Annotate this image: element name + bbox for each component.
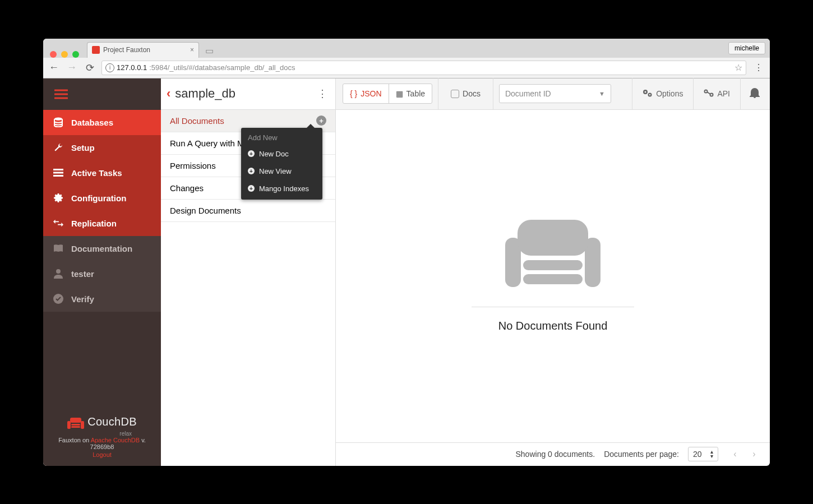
main-panel: { }JSON ▦Table Docs Document ID▼ Options… — [336, 78, 770, 466]
empty-message: No Documents Found — [498, 320, 608, 332]
svg-point-15 — [645, 91, 646, 93]
svg-rect-9 — [67, 421, 71, 429]
close-tab-icon[interactable]: × — [190, 46, 194, 54]
svg-rect-4 — [53, 169, 63, 170]
sidebar-item-setup[interactable]: Setup — [43, 135, 161, 160]
address-bar: ← → ⟳ i 127.0.0.1:5984/_utils/#/database… — [43, 58, 770, 78]
sidebar-item-label: Replication — [71, 219, 117, 228]
db-section-design-docs[interactable]: Design Documents — [161, 200, 335, 222]
divider — [472, 307, 634, 307]
sidebar-item-active-tasks[interactable]: Active Tasks — [43, 160, 161, 186]
brand-tagline: relax — [48, 431, 156, 437]
new-tab-button[interactable]: ▭ — [202, 44, 216, 58]
prev-page-button[interactable]: ‹ — [727, 447, 743, 461]
json-view-button[interactable]: { }JSON — [343, 84, 389, 103]
divider — [632, 78, 632, 109]
sidebar-item-user[interactable]: tester — [43, 261, 161, 286]
sidebar-toggle[interactable] — [43, 78, 161, 110]
popover-title: Add New — [241, 131, 322, 145]
popover-item-mango-indexes[interactable]: +Mango Indexes — [241, 180, 322, 197]
bookmark-icon[interactable]: ☆ — [735, 62, 742, 73]
sidebar-item-replication[interactable]: Replication — [43, 211, 161, 236]
favicon-icon — [92, 46, 100, 54]
api-button[interactable]: API — [699, 89, 735, 99]
browser-tab[interactable]: Project Fauxton × — [87, 42, 199, 58]
row-label: All Documents — [170, 116, 224, 126]
fauxton-app: Databases Setup Active Tasks Configurati… — [43, 78, 770, 466]
sidebar-footer: CouchDB relax Fauxton on Apache CouchDB … — [43, 409, 161, 466]
sidebar-item-verify[interactable]: Verify — [43, 286, 161, 312]
apache-link[interactable]: Apache CouchDB — [91, 437, 140, 443]
close-window-icon[interactable] — [50, 51, 57, 58]
popover-item-new-view[interactable]: +New View — [241, 163, 322, 180]
sidebar-item-configuration[interactable]: Configuration — [43, 186, 161, 211]
svg-rect-10 — [81, 421, 84, 429]
sidebar: Databases Setup Active Tasks Configurati… — [43, 78, 161, 466]
svg-rect-24 — [523, 274, 583, 284]
view-toggle: { }JSON ▦Table — [343, 84, 432, 104]
row-label: Permissions — [170, 161, 216, 170]
back-chevron-icon[interactable]: ‹ — [167, 86, 170, 101]
divider — [438, 78, 438, 109]
divider — [740, 78, 741, 109]
back-button[interactable]: ← — [48, 62, 60, 73]
sidebar-item-databases[interactable]: Databases — [43, 110, 161, 135]
svg-rect-22 — [518, 220, 588, 256]
sidebar-item-label: Setup — [71, 143, 95, 152]
svg-rect-11 — [70, 418, 81, 423]
replication-icon — [53, 219, 63, 227]
svg-rect-13 — [71, 426, 80, 428]
tab-title: Project Fauxton — [103, 46, 150, 54]
sidebar-item-label: Verify — [71, 294, 94, 304]
chevron-down-icon: ▼ — [599, 90, 605, 97]
check-circle-icon — [53, 294, 63, 304]
braces-icon: { } — [350, 89, 357, 98]
reload-button[interactable]: ⟳ — [84, 62, 96, 74]
url-input[interactable]: i 127.0.0.1:5984/_utils/#/database/sampl… — [101, 61, 746, 75]
tab-strip: Project Fauxton × ▭ michelle — [43, 39, 770, 58]
window-controls[interactable] — [48, 45, 85, 58]
site-info-icon[interactable]: i — [105, 63, 114, 72]
sidebar-item-documentation[interactable]: Documentation — [43, 236, 161, 261]
showing-text: Showing 0 documents. — [516, 450, 595, 459]
database-nav-column: ‹ sample_db ⋮ All Documents + Add New +N… — [161, 78, 336, 466]
sidebar-item-label: Databases — [71, 118, 113, 127]
plus-icon: + — [248, 185, 255, 192]
minimize-window-icon[interactable] — [61, 51, 68, 58]
gears-icon — [643, 89, 653, 99]
row-label: Design Documents — [170, 206, 241, 215]
browser-profile-button[interactable]: michelle — [728, 42, 765, 54]
svg-point-7 — [56, 269, 61, 274]
tasks-icon — [53, 169, 63, 177]
svg-point-17 — [649, 94, 651, 95]
perpage-select[interactable]: 20 ▴▾ — [688, 447, 718, 461]
url-host: 127.0.0.1 — [117, 63, 147, 72]
forward-button[interactable]: → — [66, 62, 78, 73]
toolbar: { }JSON ▦Table Docs Document ID▼ Options… — [336, 78, 770, 110]
db-section-all-documents[interactable]: All Documents + Add New +New Doc +New Vi… — [161, 110, 335, 132]
maximize-window-icon[interactable] — [72, 51, 79, 58]
document-id-dropdown[interactable]: Document ID▼ — [499, 84, 611, 103]
next-page-button[interactable]: › — [746, 447, 762, 461]
checkbox-icon[interactable] — [451, 90, 459, 98]
options-button[interactable]: Options — [638, 89, 687, 99]
db-menu-icon[interactable]: ⋮ — [315, 87, 330, 100]
svg-rect-12 — [71, 424, 80, 426]
couchdb-logo: CouchDB — [48, 415, 156, 429]
wrench-icon — [53, 142, 63, 152]
book-icon — [53, 244, 63, 253]
logout-link[interactable]: Logout — [48, 451, 156, 458]
stepper-icon: ▴▾ — [710, 450, 713, 459]
pagination-footer: Showing 0 documents. Documents per page:… — [336, 442, 770, 466]
browser-menu-icon[interactable]: ⋮ — [752, 62, 765, 73]
table-view-button[interactable]: ▦Table — [389, 84, 432, 103]
popover-item-new-doc[interactable]: +New Doc — [241, 145, 322, 163]
add-new-popover: Add New +New Doc +New View +Mango Indexe… — [241, 128, 322, 200]
pager: ‹ › — [727, 447, 762, 461]
select-all-docs[interactable]: Docs — [444, 84, 487, 103]
table-icon: ▦ — [396, 89, 403, 98]
brand-name: CouchDB — [87, 415, 137, 428]
perpage-label: Documents per page: — [604, 450, 679, 459]
add-icon[interactable]: + — [316, 115, 326, 126]
notifications-icon[interactable] — [746, 87, 763, 101]
